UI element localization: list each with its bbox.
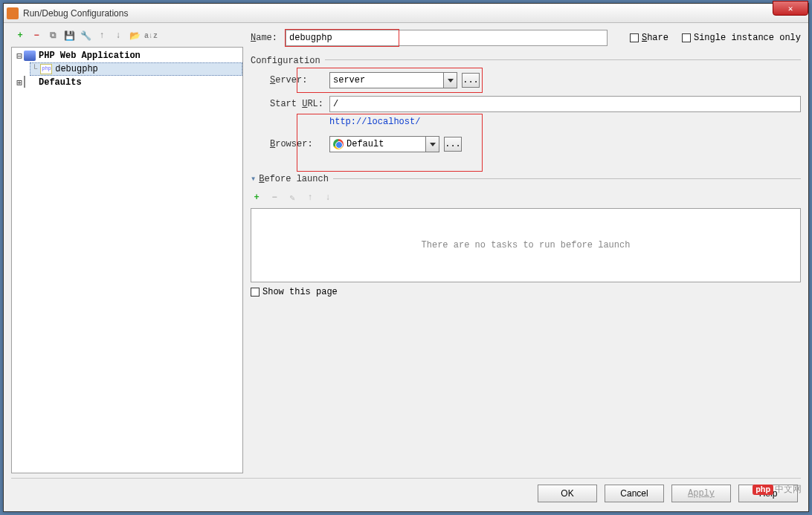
expand-icon[interactable]: ⊞: [15, 77, 24, 88]
share-checkbox[interactable]: Share: [630, 33, 668, 43]
single-instance-checkbox[interactable]: Single instance only: [682, 33, 801, 43]
titlebar: Run/Debug Configurations ✕: [4, 4, 808, 23]
before-launch-section: ▾ Before launch + − ✎ ↑ ↓ There are no t…: [251, 173, 801, 297]
tree-node-defaults[interactable]: ⊞ Defaults: [12, 76, 242, 89]
wrench-icon: [24, 77, 36, 88]
app-icon: [7, 7, 19, 19]
separator: [325, 59, 801, 60]
browser-row: Browser: Default ...: [270, 136, 801, 152]
save-config-button[interactable]: 💾: [63, 30, 75, 42]
chevron-down-icon[interactable]: [443, 73, 457, 88]
configuration-form: Server: server ... Start URL: http://l: [251, 72, 801, 160]
show-this-page-checkbox[interactable]: Show this page: [251, 287, 338, 297]
config-tree[interactable]: ⊟ PHP Web Application └ debugphp ⊞: [11, 47, 243, 473]
right-panel: Name: Share Single instance only Configu…: [251, 27, 801, 473]
resolved-url-row: http://localhost/: [329, 117, 801, 127]
tree-branch-icon: └: [32, 64, 37, 74]
sort-button[interactable]: a↓z: [145, 30, 157, 42]
remove-config-button[interactable]: −: [30, 30, 42, 42]
server-row: Server: server ...: [270, 72, 801, 88]
before-launch-label: Before launch: [259, 174, 329, 184]
config-toolbar: + − ⧉ 💾 🔧 ↑ ↓ 📂 a↓z: [11, 27, 243, 47]
watermark: php 中文网: [753, 483, 802, 496]
move-down-button[interactable]: ↓: [112, 30, 124, 42]
config-group-label: Configuration: [251, 56, 320, 66]
no-tasks-text: There are no tasks to run before launch: [422, 240, 631, 250]
main-area: + − ⧉ 💾 🔧 ↑ ↓ 📂 a↓z ⊟ PHP Web Applicatio…: [11, 27, 801, 473]
disclosure-triangle-icon[interactable]: ▾: [251, 173, 256, 184]
tree-node-php-web-app[interactable]: ⊟ PHP Web Application: [12, 49, 242, 62]
name-row: Name: Share Single instance only: [251, 29, 801, 47]
server-combo[interactable]: server: [329, 72, 457, 88]
configuration-group-header: Configuration: [251, 51, 801, 68]
window-title: Run/Debug Configurations: [23, 8, 128, 19]
edit-defaults-button[interactable]: 🔧: [80, 30, 91, 42]
cancel-button[interactable]: Cancel: [605, 485, 664, 502]
run-debug-dialog: Run/Debug Configurations ✕ + − ⧉ 💾 🔧 ↑ ↓…: [3, 3, 809, 512]
server-browse-button[interactable]: ...: [462, 73, 480, 88]
php-logo-icon: php: [753, 485, 773, 495]
before-launch-toolbar: + − ✎ ↑ ↓: [251, 189, 801, 208]
name-input[interactable]: [286, 30, 399, 46]
window-buttons: ✕: [773, 1, 808, 16]
server-label: Server:: [270, 75, 329, 85]
ok-button[interactable]: OK: [538, 485, 597, 502]
browser-browse-button[interactable]: ...: [444, 137, 462, 152]
add-task-button[interactable]: +: [251, 192, 262, 204]
add-config-button[interactable]: +: [14, 30, 26, 42]
move-up-button[interactable]: ↑: [96, 30, 108, 42]
name-label: Name:: [251, 33, 285, 43]
separator: [333, 178, 801, 179]
folder-button[interactable]: 📂: [129, 30, 141, 42]
browser-value: Default: [347, 139, 384, 149]
before-launch-header[interactable]: ▾ Before launch: [251, 173, 801, 184]
chrome-icon: [333, 139, 344, 149]
dialog-footer: OK Cancel Apply Help: [11, 478, 801, 504]
watermark-text: 中文网: [775, 483, 802, 496]
left-panel: + − ⧉ 💾 🔧 ↑ ↓ 📂 a↓z ⊟ PHP Web Applicatio…: [11, 27, 243, 473]
start-url-label: Start URL:: [270, 99, 329, 109]
copy-config-button[interactable]: ⧉: [47, 30, 59, 42]
browser-combo[interactable]: Default: [329, 136, 439, 152]
collapse-icon[interactable]: ⊟: [15, 51, 24, 62]
before-launch-tasks: There are no tasks to run before launch: [251, 208, 801, 282]
apply-button[interactable]: Apply: [671, 485, 731, 502]
tree-label: PHP Web Application: [39, 51, 141, 61]
start-url-input[interactable]: [329, 96, 801, 112]
server-value: server: [333, 75, 365, 85]
tree-label: Defaults: [39, 77, 82, 88]
show-this-page-row: Show this page: [251, 287, 801, 297]
dialog-content: + − ⧉ 💾 🔧 ↑ ↓ 📂 a↓z ⊟ PHP Web Applicatio…: [4, 23, 808, 511]
task-down-button[interactable]: ↓: [322, 192, 334, 204]
name-input-ext[interactable]: [399, 30, 608, 46]
tree-node-debugphp[interactable]: └ debugphp: [30, 62, 242, 76]
browser-label: Browser:: [270, 139, 329, 149]
edit-task-button[interactable]: ✎: [286, 192, 298, 204]
remove-task-button[interactable]: −: [268, 192, 280, 204]
task-up-button[interactable]: ↑: [304, 192, 316, 204]
php-file-icon: [40, 64, 52, 74]
tree-label: debugphp: [55, 64, 98, 74]
php-web-app-icon: [24, 51, 36, 61]
close-window-button[interactable]: ✕: [773, 1, 808, 16]
resolved-url-link[interactable]: http://localhost/: [329, 117, 420, 127]
chevron-down-icon[interactable]: [425, 137, 439, 152]
start-url-row: Start URL:: [270, 96, 801, 112]
